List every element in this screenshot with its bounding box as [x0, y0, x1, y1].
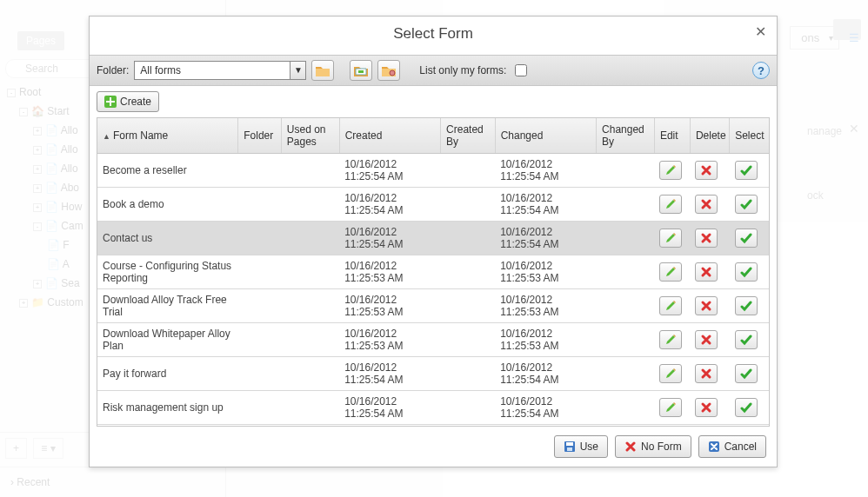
cell-created: 10/16/201211:25:54 AM: [339, 222, 440, 255]
cell-select: [730, 289, 769, 323]
dialog-close-button[interactable]: ✕: [755, 23, 766, 40]
cell-delete: [690, 391, 729, 425]
col-changed[interactable]: Changed: [495, 118, 596, 154]
cell-created: 10/16/201211:25:54 AM: [339, 357, 440, 391]
new-folder-button[interactable]: [311, 60, 334, 81]
forms-table-wrapper[interactable]: ▲Form Name Folder Used on Pages Created …: [97, 117, 770, 427]
table-row[interactable]: Contact us10/16/201211:25:54 AM10/16/201…: [97, 222, 769, 255]
cell-form-name: Become a reseller: [97, 154, 238, 188]
cancel-button[interactable]: Cancel: [698, 435, 766, 458]
cell-created: 10/16/201211:25:54 AM: [339, 188, 440, 222]
table-row[interactable]: Download Alloy Track Free Trial10/16/201…: [97, 289, 769, 323]
open-folder-button[interactable]: [350, 60, 372, 81]
cell-changed: 10/16/201211:25:54 AM: [495, 391, 596, 425]
col-used-on[interactable]: Used on Pages: [281, 118, 339, 154]
delete-button[interactable]: [695, 229, 718, 248]
edit-button[interactable]: [659, 262, 682, 282]
cell-changed-by: [597, 222, 655, 255]
cell-folder: [238, 289, 282, 323]
delete-button[interactable]: [695, 364, 718, 383]
cell-form-name: Contact us: [97, 222, 238, 255]
cell-delete: [690, 255, 729, 289]
use-button[interactable]: Use: [554, 435, 608, 458]
select-button[interactable]: [735, 330, 758, 349]
svg-point-0: [390, 70, 395, 76]
cell-used-on: [281, 255, 339, 289]
table-row[interactable]: Book a demo10/16/201211:25:54 AM10/16/20…: [97, 188, 769, 222]
edit-button[interactable]: [659, 161, 682, 180]
cancel-label: Cancel: [724, 441, 757, 453]
cell-folder: [238, 357, 282, 391]
select-button[interactable]: [735, 296, 758, 315]
folder-select[interactable]: All forms ▼: [134, 61, 306, 80]
table-row[interactable]: Risk management sign up10/16/201211:25:5…: [97, 391, 769, 425]
select-button[interactable]: [735, 195, 758, 214]
select-button[interactable]: [735, 262, 758, 282]
select-button[interactable]: [735, 364, 758, 383]
cell-used-on: [281, 323, 339, 357]
col-delete[interactable]: Delete: [690, 118, 729, 154]
my-forms-checkbox[interactable]: [515, 64, 527, 76]
col-changed-by[interactable]: Changed By: [597, 118, 655, 154]
cell-select: [730, 391, 769, 425]
cell-changed: 10/16/201211:25:53 AM: [495, 323, 596, 357]
cell-form-name: Risk management sign up: [97, 391, 238, 425]
table-row[interactable]: Course - Configuring Status Reporting10/…: [97, 255, 769, 289]
cell-edit: [654, 391, 690, 425]
delete-button[interactable]: [695, 262, 718, 282]
select-button[interactable]: [735, 161, 758, 180]
cell-form-name: Download Alloy Track Free Trial: [97, 289, 238, 323]
cell-delete: [690, 289, 729, 323]
save-icon: [564, 441, 576, 453]
no-form-button[interactable]: No Form: [615, 435, 691, 458]
cell-delete: [690, 357, 729, 391]
delete-button[interactable]: [695, 161, 718, 180]
edit-button[interactable]: [659, 229, 682, 248]
delete-button[interactable]: [695, 398, 718, 417]
chevron-down-icon[interactable]: ▼: [290, 62, 305, 79]
cell-edit: [654, 188, 690, 222]
create-button[interactable]: Create: [97, 91, 159, 112]
folder-settings-button[interactable]: [377, 60, 400, 81]
table-row[interactable]: Become a reseller10/16/201211:25:54 AM10…: [97, 154, 769, 188]
col-edit[interactable]: Edit: [654, 118, 690, 154]
cell-changed: 10/16/201211:25:54 AM: [495, 154, 596, 188]
cell-changed-by: [597, 289, 655, 323]
delete-button[interactable]: [695, 195, 718, 214]
col-created[interactable]: Created: [339, 118, 440, 154]
col-form-name[interactable]: ▲Form Name: [97, 118, 238, 154]
edit-button[interactable]: [659, 195, 682, 214]
cell-select: [730, 323, 769, 357]
edit-button[interactable]: [659, 398, 682, 417]
cell-delete: [690, 323, 729, 357]
help-button[interactable]: ?: [752, 62, 770, 79]
cell-changed: 10/16/201211:25:54 AM: [495, 357, 596, 391]
cell-edit: [654, 222, 690, 255]
select-button[interactable]: [735, 398, 758, 417]
cell-edit: [654, 255, 690, 289]
svg-rect-3: [567, 447, 572, 451]
col-created-by[interactable]: Created By: [441, 118, 496, 154]
select-button[interactable]: [735, 229, 758, 248]
cell-folder: [238, 255, 282, 289]
col-select[interactable]: Select: [730, 118, 769, 154]
cell-changed: 10/16/201211:25:54 AM: [495, 222, 596, 255]
table-row[interactable]: Download Whitepaper Alloy Plan10/16/2012…: [97, 323, 769, 357]
cell-edit: [654, 357, 690, 391]
cell-changed-by: [597, 255, 655, 289]
cell-form-name: Book a demo: [97, 188, 238, 222]
edit-button[interactable]: [659, 330, 682, 349]
use-label: Use: [580, 441, 598, 453]
delete-button[interactable]: [695, 330, 718, 349]
col-folder[interactable]: Folder: [238, 118, 282, 154]
delete-button[interactable]: [695, 296, 718, 315]
cell-used-on: [281, 188, 339, 222]
cell-changed-by: [597, 391, 655, 425]
cell-used-on: [281, 154, 339, 188]
cell-created-by: [441, 357, 496, 391]
cell-changed-by: [597, 357, 655, 391]
table-row[interactable]: Pay it forward10/16/201211:25:54 AM10/16…: [97, 357, 769, 391]
edit-button[interactable]: [659, 296, 682, 315]
edit-button[interactable]: [659, 364, 682, 383]
create-label: Create: [120, 96, 151, 108]
